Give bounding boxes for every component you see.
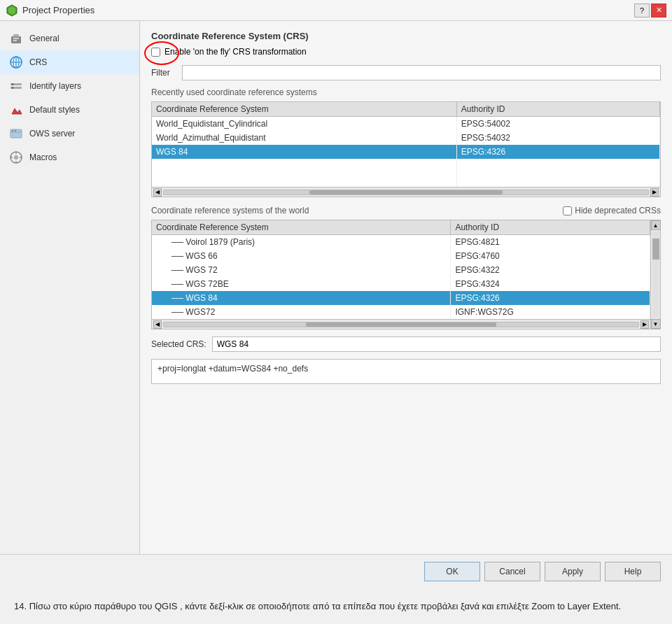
svg-point-13 (12, 87, 14, 89)
svg-point-16 (12, 130, 13, 132)
selected-crs-input[interactable] (212, 336, 661, 352)
title-bar: Project Properties ? ✕ (0, 0, 672, 21)
table-row[interactable]: World_Azimuthal_Equidistant EPSG:54032 (152, 131, 660, 145)
ows-server-icon (8, 126, 24, 141)
world-scrollbar-track (163, 322, 639, 327)
help-title-button[interactable]: ? (634, 3, 650, 17)
recent-col-authority: Authority ID (456, 102, 659, 117)
close-button[interactable]: ✕ (651, 3, 666, 17)
scrollbar-thumb (309, 190, 503, 194)
apply-button[interactable]: Apply (545, 562, 601, 581)
crs-section-title: Coordinate Reference System (CRS) (151, 31, 661, 41)
dialog-footer: OK Cancel Apply Help (0, 554, 672, 588)
row-authority: EPSG:4821 (451, 235, 650, 250)
title-bar-left: Project Properties (6, 4, 94, 17)
recent-crs-label: Recently used coordinate reference syste… (151, 87, 661, 97)
enable-otf-row: Enable 'on the fly' CRS transformation (151, 47, 661, 57)
default-styles-icon (8, 102, 24, 118)
vscroll-track (652, 232, 659, 318)
row-authority: EPSG:4326 (456, 145, 659, 159)
svg-point-12 (12, 83, 14, 85)
row-crs-name: WGS 84 (152, 145, 456, 159)
scroll-left[interactable]: ◀ (153, 188, 162, 197)
sidebar-item-macros[interactable]: Macros (0, 146, 139, 169)
row-authority: EPSG:4326 (451, 291, 650, 305)
row-crs-name: World_Equidistant_Cylindrical (152, 117, 456, 132)
world-crs-table: Coordinate Reference System Authority ID… (152, 220, 650, 319)
world-crs-table-inner: Coordinate Reference System Authority ID… (152, 220, 650, 329)
selected-crs-label: Selected CRS: (151, 339, 206, 349)
table-row[interactable]: World_Equidistant_Cylindrical EPSG:54002 (152, 117, 660, 132)
table-row[interactable]: ── WGS72 IGNF:WGS72G (152, 305, 650, 319)
svg-rect-3 (13, 34, 19, 37)
hide-deprecated-label: Hide deprecated CRSs (575, 206, 661, 215)
sidebar-ows-label: OWS server (29, 129, 75, 139)
bottom-text: 14. Πίσω στο κύριο παράθυρο του QGIS , κ… (0, 588, 672, 621)
sidebar-item-ows-server[interactable]: OWS server (0, 122, 139, 146)
table-row[interactable]: ── WGS 66 EPSG:4760 (152, 249, 650, 263)
scroll-right-world[interactable]: ▶ (640, 320, 649, 329)
filter-row: Filter (151, 65, 661, 80)
world-scrollbar[interactable]: ◀ ▶ (152, 319, 650, 329)
table-row[interactable]: ── WGS 72BE EPSG:4324 (152, 277, 650, 291)
row-crs-name: ── WGS 66 (152, 249, 451, 263)
sidebar-default-styles-label: Default styles (29, 105, 80, 115)
world-crs-table-wrapper: Coordinate Reference System Authority ID… (151, 220, 661, 329)
vscroll-up[interactable]: ▲ (651, 220, 661, 230)
vscroll-thumb (652, 239, 659, 260)
macros-icon (8, 150, 24, 165)
table-row-selected[interactable]: WGS 84 EPSG:4326 (152, 145, 660, 159)
help-button[interactable]: Help (605, 562, 661, 581)
world-crs-header: Coordinate reference systems of the worl… (151, 206, 661, 215)
scroll-left-world[interactable]: ◀ (153, 320, 162, 329)
enable-otf-label: Enable 'on the fly' CRS transformation (164, 47, 307, 57)
row-authority: EPSG:4324 (451, 277, 650, 291)
row-crs-name: ── Voirol 1879 (Paris) (152, 235, 451, 250)
row-authority: EPSG:54032 (456, 131, 659, 145)
proj-string-box: +proj=longlat +datum=WGS84 +no_defs (151, 359, 661, 384)
identify-layers-icon (8, 78, 24, 94)
row-authority: EPSG:4322 (451, 263, 650, 277)
scroll-right[interactable]: ▶ (650, 188, 659, 197)
sidebar-item-crs[interactable]: CRS (0, 50, 139, 74)
app-icon (6, 4, 18, 17)
main-content: Coordinate Reference System (CRS) Enable… (140, 21, 672, 554)
row-crs-name: World_Azimuthal_Equidistant (152, 131, 456, 145)
hide-deprecated-row: Hide deprecated CRSs (563, 206, 661, 215)
hide-deprecated-checkbox[interactable] (563, 206, 572, 215)
row-crs-name: ── WGS 72BE (152, 277, 451, 291)
row-authority: EPSG:54002 (456, 117, 659, 132)
filter-input[interactable] (182, 65, 661, 80)
table-row[interactable]: ── Voirol 1879 (Paris) EPSG:4821 (152, 235, 650, 250)
vscroll-down[interactable]: ▼ (651, 319, 661, 329)
sidebar-item-identify-layers[interactable]: Identify layers (0, 74, 139, 98)
table-row-empty (152, 173, 660, 187)
world-col-crs: Coordinate Reference System (152, 220, 451, 235)
sidebar-item-default-styles[interactable]: Default styles (0, 98, 139, 122)
world-col-authority: Authority ID (451, 220, 650, 235)
recent-scrollbar[interactable]: ◀ ▶ (152, 187, 660, 197)
row-crs-name: ── WGS 72 (152, 263, 451, 277)
crs-icon (8, 55, 24, 70)
dialog-body: General CRS Iden (0, 21, 672, 554)
enable-otf-checkbox[interactable] (151, 48, 160, 57)
title-bar-buttons: ? ✕ (634, 3, 666, 17)
row-authority: IGNF:WGS72G (451, 305, 650, 319)
window-title: Project Properties (22, 5, 94, 15)
world-vscrollbar[interactable]: ▲ ▼ (650, 220, 660, 329)
sidebar-item-general[interactable]: General (0, 27, 139, 50)
recent-crs-table-container: Coordinate Reference System Authority ID… (151, 101, 661, 197)
sidebar-identify-label: Identify layers (29, 81, 81, 91)
scrollbar-track (163, 190, 649, 195)
recent-col-crs: Coordinate Reference System (152, 102, 456, 117)
world-scrollbar-thumb (306, 322, 496, 327)
general-icon (8, 31, 24, 46)
svg-point-19 (14, 155, 18, 159)
table-row-selected[interactable]: ── WGS 84 EPSG:4326 (152, 291, 650, 305)
selected-crs-row: Selected CRS: (151, 336, 661, 352)
row-crs-name: ── WGS72 (152, 305, 451, 319)
cancel-button[interactable]: Cancel (484, 562, 540, 581)
table-row[interactable]: ── WGS 72 EPSG:4322 (152, 263, 650, 277)
ok-button[interactable]: OK (424, 562, 480, 581)
filter-label: Filter (151, 68, 176, 78)
